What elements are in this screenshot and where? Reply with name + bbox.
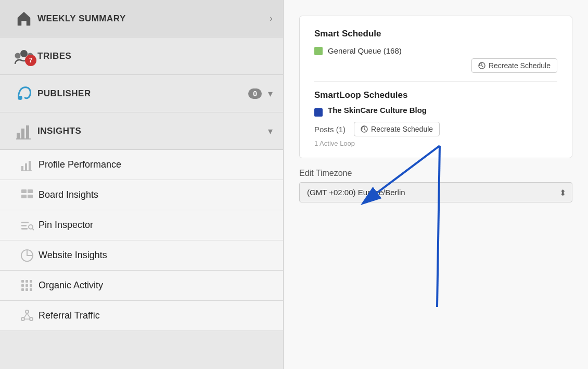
profile-performance-label: Profile Performance <box>39 159 121 170</box>
smartloop-title: SmartLoop Schedules <box>314 90 557 100</box>
svg-rect-26 <box>30 284 32 287</box>
svg-rect-24 <box>21 284 24 287</box>
smartloop-recreate-button[interactable]: Recreate Schedule <box>354 122 440 136</box>
svg-rect-13 <box>28 189 33 193</box>
tribes-icon: 7 <box>10 47 37 65</box>
insights-icon <box>10 122 37 140</box>
svg-rect-9 <box>25 163 27 171</box>
referral-traffic-icon <box>16 309 39 323</box>
sidebar-item-profile-performance[interactable]: Profile Performance <box>0 150 283 180</box>
smart-schedule-card: Smart Schedule General Queue (168) Recre… <box>299 16 572 158</box>
sidebar-item-website-insights[interactable]: Website Insights <box>0 240 283 271</box>
organic-activity-icon <box>16 279 39 292</box>
svg-rect-12 <box>21 189 27 193</box>
sidebar-item-tribes[interactable]: 7 TRIBES <box>0 37 283 75</box>
publisher-icon <box>10 84 37 103</box>
card-divider <box>314 81 557 82</box>
svg-rect-22 <box>25 280 28 283</box>
sidebar-item-publisher[interactable]: PUBLISHER 0 ▾ <box>0 75 283 112</box>
posts-row: Posts (1) Recreate Schedule <box>314 122 557 136</box>
svg-point-30 <box>25 310 29 313</box>
svg-rect-6 <box>26 125 29 139</box>
svg-line-33 <box>24 313 27 318</box>
profile-performance-icon <box>16 158 39 172</box>
svg-rect-16 <box>21 222 29 223</box>
general-queue-row: General Queue (168) <box>314 46 557 55</box>
svg-point-3 <box>18 96 22 100</box>
sidebar: WEEKLY SUMMARY › 7 TRIBES PUBLISHER 0 ▾ <box>0 0 284 369</box>
pin-inspector-icon <box>16 219 39 232</box>
referral-traffic-label: Referral Traffic <box>39 310 100 321</box>
smartloop-recreate-label: Recreate Schedule <box>371 125 433 133</box>
chevron-right-icon: › <box>270 13 273 24</box>
svg-rect-5 <box>21 129 24 139</box>
svg-rect-17 <box>21 225 27 226</box>
sidebar-item-board-insights[interactable]: Board Insights <box>0 180 283 210</box>
svg-rect-10 <box>29 161 31 171</box>
svg-rect-14 <box>21 195 27 198</box>
sidebar-item-insights[interactable]: INSIGHTS ▾ <box>0 112 283 150</box>
general-queue-label: General Queue (168) <box>328 46 557 55</box>
organic-activity-label: Organic Activity <box>39 280 103 291</box>
publisher-badge: 0 <box>248 88 262 99</box>
recreate-clock-icon <box>478 62 485 69</box>
smart-schedule-recreate-button[interactable]: Recreate Schedule <box>471 58 557 73</box>
timezone-select-wrapper: (GMT +02:00) Europe/Berlin (GMT +00:00) … <box>299 182 572 202</box>
house-icon <box>10 9 37 28</box>
svg-rect-4 <box>17 133 20 139</box>
insights-submenu: Profile Performance Board Insights <box>0 150 283 331</box>
smart-schedule-title: Smart Schedule <box>314 29 557 39</box>
website-insights-icon <box>16 249 39 262</box>
svg-rect-8 <box>21 166 23 171</box>
skincare-blog-name: The SkinCare Culture Blog <box>328 106 427 114</box>
svg-rect-25 <box>25 284 28 287</box>
svg-rect-23 <box>30 280 32 283</box>
svg-rect-21 <box>21 280 24 283</box>
publisher-dropdown-icon: ▾ <box>268 88 273 99</box>
timezone-section: Edit Timezone (GMT +02:00) Europe/Berlin… <box>299 169 572 202</box>
svg-rect-29 <box>30 288 32 291</box>
publisher-label: PUBLISHER <box>37 88 242 99</box>
posts-label: Posts (1) <box>314 125 346 134</box>
pin-inspector-label: Pin Inspector <box>39 220 93 231</box>
svg-point-19 <box>29 225 33 229</box>
board-insights-icon <box>16 188 39 202</box>
timezone-select[interactable]: (GMT +02:00) Europe/Berlin (GMT +00:00) … <box>299 182 572 202</box>
smartloop-clock-icon <box>361 125 368 133</box>
skincare-color-block <box>314 108 323 117</box>
weekly-summary-label: WEEKLY SUMMARY <box>37 14 270 24</box>
svg-line-20 <box>32 228 34 230</box>
active-loop-text: 1 Active Loop <box>314 139 557 147</box>
svg-point-1 <box>15 53 21 58</box>
timezone-label: Edit Timezone <box>299 169 572 178</box>
board-insights-label: Board Insights <box>39 189 98 200</box>
svg-rect-15 <box>28 195 33 198</box>
skincare-blog-row: The SkinCare Culture Blog <box>314 106 557 119</box>
sidebar-item-referral-traffic[interactable]: Referral Traffic <box>0 301 283 331</box>
tribes-label: TRIBES <box>37 51 273 61</box>
tribes-badge: 7 <box>25 55 36 66</box>
sidebar-item-organic-activity[interactable]: Organic Activity <box>0 271 283 301</box>
svg-rect-27 <box>21 288 24 291</box>
svg-rect-18 <box>21 228 28 230</box>
general-queue-color <box>314 47 323 55</box>
smart-schedule-recreate-label: Recreate Schedule <box>489 61 551 70</box>
svg-line-34 <box>27 313 30 318</box>
website-insights-label: Website Insights <box>39 250 107 261</box>
svg-rect-28 <box>25 288 28 291</box>
sidebar-item-pin-inspector[interactable]: Pin Inspector <box>0 210 283 240</box>
insights-label: INSIGHTS <box>37 126 268 136</box>
main-content: Smart Schedule General Queue (168) Recre… <box>284 0 588 369</box>
insights-dropdown-icon: ▾ <box>268 125 273 137</box>
sidebar-item-weekly-summary[interactable]: WEEKLY SUMMARY › <box>0 0 283 37</box>
